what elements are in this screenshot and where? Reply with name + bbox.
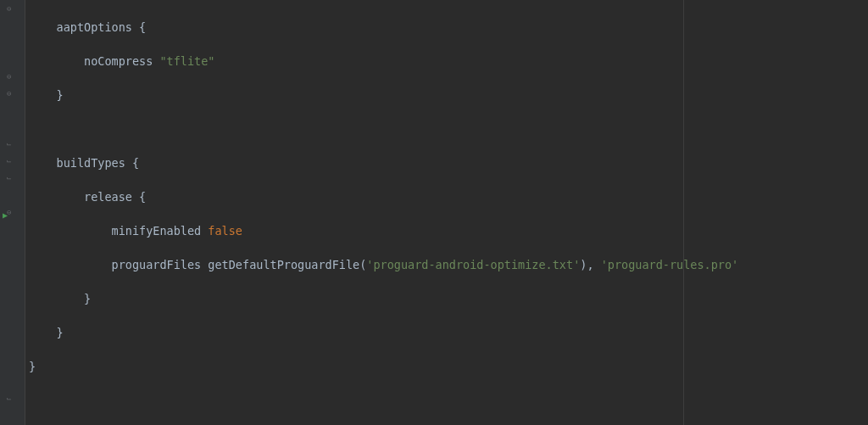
- code-line: release {: [29, 188, 868, 205]
- code-line: [29, 392, 868, 409]
- code-line: noCompress "tflite": [29, 53, 868, 70]
- code-line: minifyEnabled false: [29, 222, 868, 239]
- code-editor-content[interactable]: aaptOptions { noCompress "tflite" } buil…: [25, 2, 868, 425]
- fold-end-icon[interactable]: ⌙: [7, 174, 15, 182]
- identifier: noCompress: [84, 54, 153, 68]
- identifier: release: [84, 190, 132, 204]
- identifier: buildTypes: [57, 156, 125, 170]
- fold-toggle-icon[interactable]: ⊖: [7, 72, 15, 81]
- code-line: }: [29, 87, 868, 103]
- code-line: proguardFiles getDefaultProguardFile('pr…: [29, 256, 868, 273]
- code-line: [29, 120, 868, 137]
- fold-toggle-icon[interactable]: ⊖: [7, 208, 15, 216]
- code-line: aaptOptions {: [29, 19, 868, 36]
- keyword-false: false: [208, 224, 242, 238]
- identifier: minifyEnabled: [112, 224, 202, 238]
- identifier: proguardFiles: [112, 258, 202, 271]
- identifier: aaptOptions: [57, 20, 132, 34]
- code-line: buildTypes {: [29, 154, 868, 171]
- string-literal: 'proguard-rules.pro': [601, 258, 739, 271]
- fold-toggle-icon[interactable]: ⊖: [7, 89, 15, 98]
- fold-end-icon[interactable]: ⌙: [7, 394, 15, 403]
- fold-end-icon[interactable]: ⌙: [7, 140, 15, 148]
- string-literal: 'proguard-android-optimize.txt': [366, 258, 580, 271]
- string-literal: "tflite": [159, 54, 214, 68]
- fold-end-icon[interactable]: ⌙: [7, 157, 15, 165]
- editor-gutter: ⊖ ⊖ ⊖ ⌙ ⌙ ⌙ ▶ ⊖ ⌙: [0, 0, 25, 425]
- code-line: }: [29, 324, 868, 341]
- code-line: }: [29, 290, 868, 307]
- fold-toggle-icon[interactable]: ⊖: [7, 4, 15, 13]
- code-line: }: [29, 358, 868, 375]
